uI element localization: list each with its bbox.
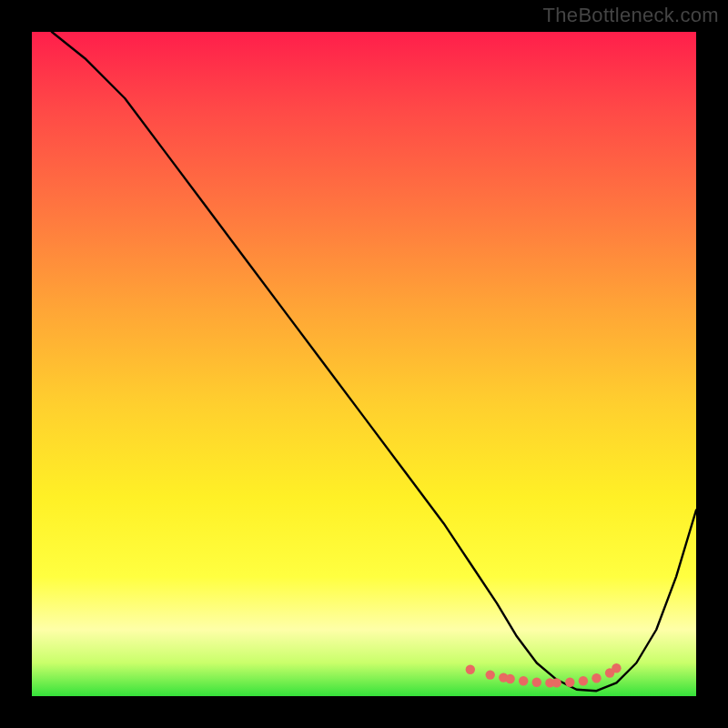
watermark-text: TheBottleneck.com <box>543 4 719 27</box>
chart-frame: TheBottleneck.com <box>0 0 728 728</box>
plot-gradient-background <box>32 32 696 696</box>
